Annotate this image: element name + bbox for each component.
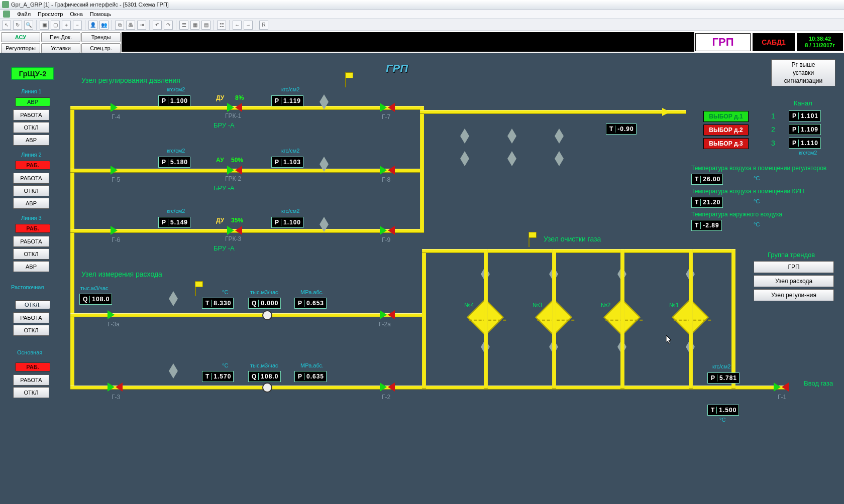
tool-refresh-icon[interactable]: ↻ <box>13 21 22 30</box>
l2-reg-in[interactable] <box>227 166 234 175</box>
line2-btn-avr[interactable]: АВР <box>13 198 49 209</box>
tool-export-icon[interactable]: ⇥ <box>137 21 146 30</box>
mode-pechdoc[interactable]: Печ.Док. <box>41 32 80 42</box>
flow1-gR-in[interactable] <box>380 310 387 319</box>
tool-user-icon[interactable]: 👤 <box>88 21 97 30</box>
mode-trends[interactable]: Тренды <box>81 32 121 42</box>
sel-3[interactable]: ВЫБОР д.3 <box>703 138 749 149</box>
l2-gR-in[interactable] <box>380 166 387 175</box>
mode-asu[interactable]: АСУ <box>1 32 40 42</box>
main-rab[interactable]: РАБ. <box>15 362 50 371</box>
text-val[interactable]: T-2.89 <box>691 220 722 231</box>
sel-2[interactable]: ВЫБОР д.2 <box>703 124 749 136</box>
line2-btn-rabota[interactable]: РАБОТА <box>13 173 49 184</box>
tool-back-icon[interactable]: ← <box>233 21 242 30</box>
tool-copy-icon[interactable]: ⧉ <box>115 21 124 30</box>
line1-avr[interactable]: АВР <box>15 97 50 106</box>
top-alert[interactable]: Рг выше уставки сигнализации <box>771 59 835 86</box>
rastop-otkl[interactable]: ОТКЛ. <box>15 300 50 309</box>
sel-p3[interactable]: P1.110 <box>789 138 821 149</box>
tool-fit-icon[interactable]: ▣ <box>40 21 49 30</box>
menu-bar[interactable]: Файл Просмотр Окна Помощь <box>0 9 844 19</box>
line1-btn-rabota[interactable]: РАБОТА <box>13 109 49 120</box>
tool-zoomin-icon[interactable]: ＋ <box>62 21 71 30</box>
l1-p1[interactable]: P1.100 <box>158 95 190 106</box>
trend-btn-2[interactable]: Узел расхода <box>754 275 834 287</box>
line3-btn-otkl[interactable]: ОТКЛ <box>13 248 49 260</box>
l2-gR-out[interactable] <box>388 166 395 175</box>
tool-tree-icon[interactable]: ☷ <box>217 21 226 30</box>
l3-reg-in[interactable] <box>227 226 234 235</box>
menu-file[interactable]: Файл <box>17 11 31 17</box>
l2-reg-out[interactable] <box>235 166 242 175</box>
flow1-gR-out[interactable] <box>388 310 395 319</box>
menu-view[interactable]: Просмотр <box>38 11 63 17</box>
line3-btn-rabota[interactable]: РАБОТА <box>13 236 49 247</box>
tool-1to1-icon[interactable]: ▢ <box>51 21 60 30</box>
tool-zoomout-icon[interactable]: － <box>73 21 82 30</box>
main-btn-otkl[interactable]: ОТКЛ <box>13 387 49 398</box>
flow1-t[interactable]: T8.330 <box>202 298 234 309</box>
l1-valve-gR-in[interactable] <box>380 103 387 112</box>
flow2-q[interactable]: Q108.0 <box>248 371 281 382</box>
line3-rab[interactable]: РАБ. <box>15 224 50 233</box>
menu-help[interactable]: Помощь <box>90 11 112 17</box>
treg-val[interactable]: T26.00 <box>691 174 723 185</box>
l3-gR-out[interactable] <box>388 226 395 235</box>
tool-undo-icon[interactable]: ↶ <box>153 21 162 30</box>
line3-btn-avr[interactable]: АВР <box>13 261 49 272</box>
line2-rab[interactable]: РАБ. <box>15 161 50 170</box>
l2-p2[interactable]: P1.103 <box>271 157 303 168</box>
menu-windows[interactable]: Окна <box>70 11 83 17</box>
l3-p2[interactable]: P1.100 <box>271 217 303 228</box>
flow2-gL-out[interactable] <box>116 383 123 392</box>
flow2-t[interactable]: T1.570 <box>202 371 234 382</box>
flow2-p[interactable]: P0.635 <box>294 371 327 382</box>
sel-1[interactable]: ВЫБОР д.1 <box>703 111 749 122</box>
l1-p2[interactable]: P1.119 <box>271 95 303 106</box>
mode-regulators[interactable]: Регуляторы <box>1 43 40 53</box>
flow2-gR-in[interactable] <box>380 383 387 392</box>
line1-btn-avr[interactable]: АВР <box>13 135 49 146</box>
l2-p1[interactable]: P5.180 <box>158 157 190 168</box>
inlet-p[interactable]: P5.781 <box>707 372 740 384</box>
rastop-btn-rabota[interactable]: РАБОТА <box>13 312 49 323</box>
l1-valve-gR-out[interactable] <box>388 103 395 112</box>
l2-valve-gL[interactable] <box>111 166 118 175</box>
inlet-g1-in[interactable] <box>774 383 781 392</box>
flow2-gR-out[interactable] <box>388 383 395 392</box>
tool-redo-icon[interactable]: ↷ <box>164 21 173 30</box>
l3-p1[interactable]: P5.149 <box>158 217 190 228</box>
tool-grid-icon[interactable]: ▦ <box>190 21 199 30</box>
tool-fwd-icon[interactable]: → <box>244 21 253 30</box>
sel-p2[interactable]: P1.109 <box>789 124 821 135</box>
flow1-gL[interactable] <box>108 310 115 319</box>
l1-valve-gL[interactable] <box>111 103 118 112</box>
tool-print-icon[interactable]: 🖶 <box>126 21 135 30</box>
l3-reg-out[interactable] <box>235 226 242 235</box>
inlet-t[interactable]: T1.500 <box>707 405 739 416</box>
line1-btn-otkl[interactable]: ОТКЛ <box>13 122 49 133</box>
t-out[interactable]: T-0.90 <box>606 123 637 135</box>
mode-spectr[interactable]: Спец.тр. <box>81 43 121 53</box>
tool-layers-icon[interactable]: ▤ <box>201 21 210 30</box>
tkip-val[interactable]: T21.20 <box>691 197 723 208</box>
sel-p1[interactable]: P1.101 <box>789 110 821 121</box>
l3-gL[interactable] <box>111 226 118 235</box>
rastop-btn-otkl[interactable]: ОТКЛ <box>13 325 49 336</box>
tool-list-icon[interactable]: ☰ <box>179 21 188 30</box>
flow2-gL-in[interactable] <box>108 383 115 392</box>
tool-R-icon[interactable]: R <box>259 21 268 30</box>
tool-zoom-icon[interactable]: 🔍 <box>24 21 33 30</box>
trend-btn-1[interactable]: ГРП <box>754 261 834 273</box>
l1-reg-in[interactable] <box>227 103 234 112</box>
flow1-q[interactable]: Q0.000 <box>248 298 281 309</box>
flow1-p[interactable]: P0.653 <box>294 298 327 309</box>
mode-ustavki[interactable]: Уставки <box>41 43 80 53</box>
trend-btn-3[interactable]: Узел регули-ния <box>754 289 834 301</box>
line2-btn-otkl[interactable]: ОТКЛ <box>13 185 49 196</box>
inlet-g1-out[interactable] <box>782 383 789 392</box>
tool-pointer-icon[interactable]: ↖ <box>2 21 11 30</box>
l3-gR-in[interactable] <box>380 226 387 235</box>
l1-reg-out[interactable] <box>235 103 242 112</box>
